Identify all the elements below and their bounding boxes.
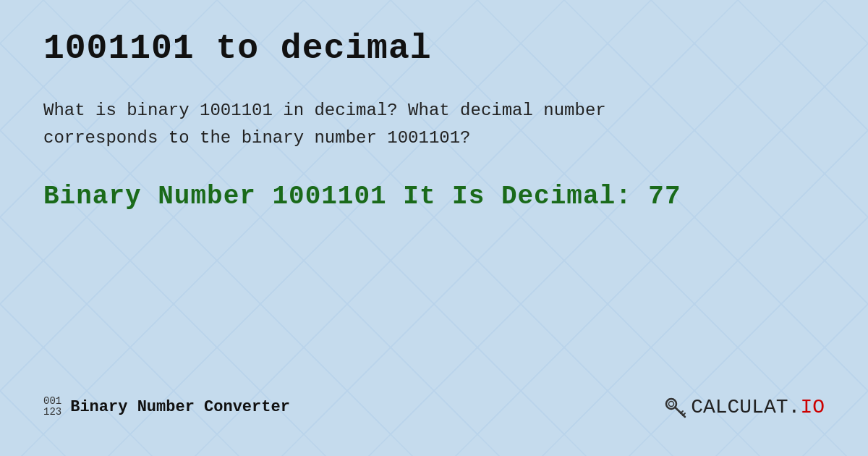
description-section: What is binary 1001101 in decimal? What … xyxy=(43,97,825,153)
result-text: Binary Number 1001101 It Is Decimal: 77 xyxy=(43,182,825,211)
footer-section: 001 123 Binary Number Converter CALCULAT… xyxy=(43,394,825,427)
brand-icon: 001 123 xyxy=(43,396,61,418)
svg-point-107 xyxy=(669,402,674,407)
description-text: What is binary 1001101 in decimal? What … xyxy=(43,97,694,153)
key-icon xyxy=(662,394,688,420)
svg-line-110 xyxy=(683,413,685,415)
main-content: 1001101 to decimal What is binary 100110… xyxy=(0,0,868,456)
title-section: 1001101 to decimal xyxy=(43,29,825,68)
result-section: Binary Number 1001101 It Is Decimal: 77 xyxy=(43,182,825,211)
calculat-text: CALCULAT.IO xyxy=(691,396,825,418)
description-line2: corresponds to the binary number 1001101… xyxy=(43,128,471,148)
page-title: 1001101 to decimal xyxy=(43,29,825,68)
description-line1: What is binary 1001101 in decimal? What … xyxy=(43,101,606,120)
brand-icon-bottom: 123 xyxy=(43,407,61,418)
brand-left: 001 123 Binary Number Converter xyxy=(43,396,290,418)
svg-line-109 xyxy=(681,411,683,413)
brand-icon-top: 001 xyxy=(43,396,61,407)
calculat-logo: CALCULAT.IO xyxy=(662,394,825,420)
brand-right: CALCULAT.IO xyxy=(662,394,825,420)
brand-name: Binary Number Converter xyxy=(70,398,290,416)
